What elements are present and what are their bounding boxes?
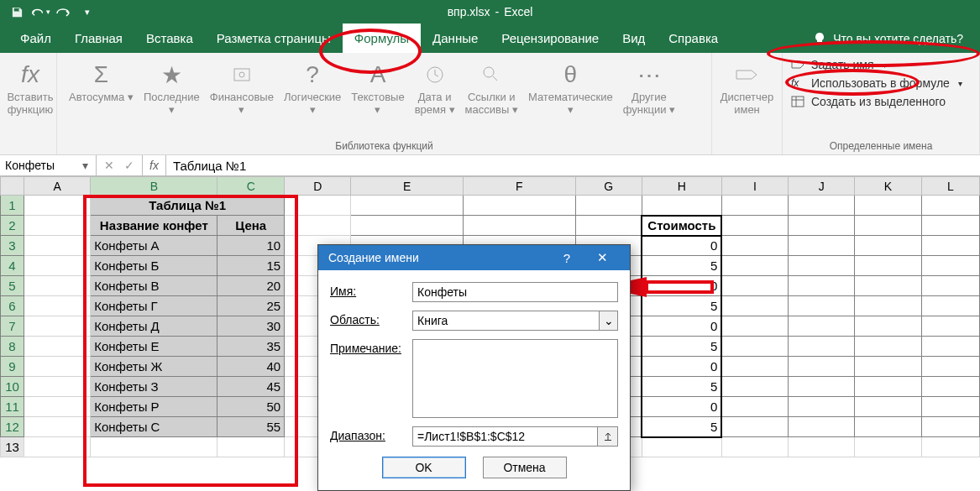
row-header[interactable]: 12 — [1, 417, 24, 437]
tab-home[interactable]: Главная — [63, 24, 134, 53]
cell[interactable]: Конфеты Ж — [91, 357, 217, 377]
col-header[interactable]: B — [91, 177, 217, 196]
row-header[interactable]: 8 — [1, 337, 24, 357]
cell[interactable]: 30 — [217, 316, 285, 337]
math-button[interactable]: θМатематические▾ — [523, 56, 618, 151]
cell[interactable]: 0 — [642, 357, 721, 377]
col-header[interactable]: K — [855, 177, 921, 196]
collapse-dialog-icon[interactable] — [598, 426, 618, 447]
save-icon[interactable] — [7, 3, 27, 21]
row-header[interactable]: 3 — [1, 236, 24, 256]
undo-icon[interactable]: ▾ — [30, 3, 50, 21]
tab-help[interactable]: Справка — [657, 24, 730, 53]
close-icon[interactable]: ✕ — [584, 245, 620, 270]
tab-page-layout[interactable]: Разметка страницы — [205, 24, 343, 53]
cell[interactable]: Конфеты Б — [91, 256, 217, 276]
cell[interactable]: Конфеты Г — [91, 296, 217, 316]
tab-file[interactable]: Файл — [8, 24, 63, 53]
col-header[interactable]: E — [351, 177, 464, 196]
cell[interactable]: 40 — [217, 357, 285, 377]
fx-icon[interactable]: fx — [143, 155, 166, 175]
datetime-button[interactable]: Дата ивремя ▾ — [410, 56, 460, 151]
help-icon[interactable]: ? — [549, 245, 584, 270]
cell[interactable]: Цена — [217, 216, 285, 236]
autosum-button[interactable]: ΣАвтосумма ▾ — [64, 56, 139, 151]
cancel-button[interactable]: Отмена — [483, 457, 567, 478]
cell[interactable]: 0 — [642, 316, 721, 337]
cell[interactable]: Стоимость — [642, 216, 721, 236]
col-header[interactable]: A — [24, 177, 90, 196]
customize-qat-icon[interactable]: ▾ — [77, 3, 97, 21]
chevron-down-icon[interactable]: ▾ — [80, 159, 91, 172]
logical-button[interactable]: ?Логические▾ — [279, 56, 346, 151]
cell[interactable]: 0 — [642, 276, 721, 296]
cell[interactable]: 5 — [642, 417, 721, 437]
insert-function-button[interactable]: fx Вставитьфункцию — [7, 56, 54, 120]
cell[interactable]: 5 — [642, 377, 721, 397]
tab-review[interactable]: Рецензирование — [490, 24, 611, 53]
formula-input[interactable]: Таблица №1 — [166, 155, 980, 175]
row-header[interactable]: 6 — [1, 296, 24, 316]
cell[interactable]: 35 — [217, 337, 285, 357]
dialog-titlebar[interactable]: Создание имени ? ✕ — [318, 245, 630, 270]
cell[interactable]: 15 — [217, 256, 285, 276]
cell[interactable]: 5 — [642, 256, 721, 276]
chevron-down-icon[interactable]: ⌄ — [599, 311, 617, 330]
ok-button[interactable]: OK — [382, 457, 466, 478]
row-header[interactable]: 13 — [1, 437, 24, 457]
redo-icon[interactable] — [54, 3, 74, 21]
cell[interactable]: Таблица №1 — [91, 196, 285, 216]
cell[interactable]: Название конфет — [91, 216, 217, 236]
more-functions-button[interactable]: ⋯Другиефункции ▾ — [618, 56, 681, 151]
enter-formula-icon[interactable]: ✓ — [120, 159, 139, 172]
cell[interactable]: Конфеты С — [91, 417, 217, 437]
name-field[interactable] — [412, 282, 618, 302]
row-header[interactable]: 7 — [1, 316, 24, 337]
cell[interactable]: 50 — [217, 397, 285, 417]
comment-field[interactable] — [412, 339, 618, 418]
col-header[interactable]: D — [285, 177, 351, 196]
row-header[interactable]: 10 — [1, 377, 24, 397]
cell[interactable]: 45 — [217, 377, 285, 397]
text-button[interactable]: AТекстовые▾ — [346, 56, 409, 151]
cell[interactable]: Конфеты В — [91, 276, 217, 296]
cell[interactable]: Конфеты А — [91, 236, 217, 256]
cell[interactable]: Конфеты Е — [91, 337, 217, 357]
tab-formulas[interactable]: Формулы — [343, 24, 421, 53]
cell[interactable]: 25 — [217, 296, 285, 316]
recent-functions-button[interactable]: ★Последние▾ — [139, 56, 205, 151]
cell[interactable]: 0 — [642, 236, 721, 256]
tell-me-search[interactable]: Что вы хотите сделать? — [796, 24, 980, 53]
col-header[interactable]: L — [921, 177, 979, 196]
range-field[interactable] — [412, 426, 598, 447]
row-header[interactable]: 5 — [1, 276, 24, 296]
lookup-button[interactable]: Ссылки имассивы ▾ — [460, 56, 523, 151]
row-header[interactable]: 2 — [1, 216, 24, 236]
col-header[interactable]: G — [575, 177, 642, 196]
cancel-formula-icon[interactable]: ✕ — [100, 159, 118, 172]
tab-view[interactable]: Вид — [611, 24, 657, 53]
name-box-input[interactable] — [5, 159, 80, 172]
financial-button[interactable]: Финансовые▾ — [205, 56, 279, 151]
cell[interactable]: Конфеты Р — [91, 397, 217, 417]
col-header[interactable]: H — [642, 177, 721, 196]
col-header[interactable]: I — [721, 177, 788, 196]
row-header[interactable]: 11 — [1, 397, 24, 417]
use-in-formula-button[interactable]: fxИспользовать в формуле ▾ — [791, 76, 971, 90]
scope-select[interactable]: Книга⌄ — [412, 311, 618, 331]
col-header[interactable]: F — [463, 177, 575, 196]
cell[interactable]: Конфеты Д — [91, 316, 217, 337]
cell[interactable]: Конфеты З — [91, 377, 217, 397]
cell[interactable]: 5 — [642, 337, 721, 357]
cell[interactable]: 10 — [217, 236, 285, 256]
cell[interactable]: 5 — [642, 296, 721, 316]
tab-data[interactable]: Данные — [421, 24, 490, 53]
name-box[interactable]: ▾ — [0, 155, 97, 175]
select-all-button[interactable] — [1, 177, 24, 196]
cell[interactable]: 20 — [217, 276, 285, 296]
define-name-button[interactable]: Задать имя ▾ — [791, 58, 971, 71]
cell[interactable]: 0 — [642, 397, 721, 417]
create-from-selection-button[interactable]: Создать из выделенного — [791, 95, 971, 108]
row-header[interactable]: 9 — [1, 357, 24, 377]
col-header[interactable]: C — [217, 177, 285, 196]
